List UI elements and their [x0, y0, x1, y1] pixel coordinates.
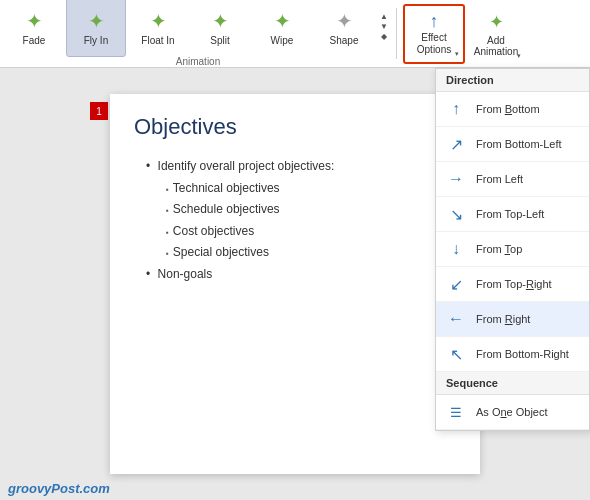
animation-fly-in[interactable]: ✦ Fly In — [66, 0, 126, 57]
ribbon: ✦ Fade ✦ Fly In ✦ Float In ✦ Split ✦ Wip… — [0, 0, 590, 68]
direction-section-header: Direction — [436, 69, 589, 92]
fly-in-label: Fly In — [84, 35, 108, 46]
sequence-section-header: Sequence — [436, 372, 589, 395]
as-one-object-label: As One Object — [476, 406, 548, 418]
shape-icon: ✦ — [336, 9, 353, 33]
effect-options-dropdown-icon: ▾ — [455, 50, 459, 58]
slide: 1 Objectives Identify overall project ob… — [110, 94, 480, 474]
dropdown-from-top[interactable]: ↓ From Top — [436, 232, 589, 267]
animation-wipe[interactable]: ✦ Wipe — [252, 0, 312, 57]
watermark: groovyPost.com — [8, 481, 110, 496]
from-bottom-label: From Bottom — [476, 103, 540, 115]
split-label: Split — [210, 35, 229, 46]
float-in-icon: ✦ — [150, 9, 167, 33]
add-animation-dropdown-icon: ▾ — [517, 52, 521, 60]
fade-label: Fade — [23, 35, 46, 46]
add-animation-icon: ✦ — [489, 11, 504, 33]
from-bottom-left-label: From Bottom-Left — [476, 138, 562, 150]
list-item: Identify overall project objectives: Tec… — [146, 156, 456, 264]
fly-in-icon: ✦ — [88, 9, 105, 33]
add-animation-label: Add Animation — [474, 35, 518, 57]
from-bottom-right-label: From Bottom-Right — [476, 348, 569, 360]
from-top-right-icon: ↙ — [446, 274, 466, 294]
list-item: Cost objectives — [166, 221, 456, 243]
add-animation-button[interactable]: ✦ Add Animation ▾ — [469, 4, 523, 64]
list-item-text: Non-goals — [158, 267, 213, 281]
float-in-label: Float In — [141, 35, 174, 46]
effect-options-button[interactable]: ↑ Effect Options ▾ — [403, 4, 465, 64]
list-item: Non-goals — [146, 264, 456, 286]
as-one-object-icon: ☰ — [446, 402, 466, 422]
dropdown-from-bottom-right[interactable]: ↖ From Bottom-Right — [436, 337, 589, 372]
from-bottom-left-icon: ↗ — [446, 134, 466, 154]
animation-split[interactable]: ✦ Split — [190, 0, 250, 57]
from-top-right-label: From Top-Right — [476, 278, 552, 290]
animation-section: ✦ Fade ✦ Fly In ✦ Float In ✦ Split ✦ Wip… — [4, 0, 392, 67]
scroll-down-icon: ▼ — [380, 22, 388, 31]
list-item: Technical objectives — [166, 178, 456, 200]
list-item-text: Identify overall project objectives: — [158, 159, 335, 173]
shape-label: Shape — [330, 35, 359, 46]
list-item-text: Cost objectives — [173, 224, 254, 238]
ribbon-divider — [396, 8, 397, 59]
slide-title: Objectives — [134, 114, 456, 140]
effect-options-label: Effect Options — [417, 32, 451, 56]
slide-number: 1 — [90, 102, 108, 120]
from-bottom-right-icon: ↖ — [446, 344, 466, 364]
from-bottom-icon: ↑ — [446, 99, 466, 119]
from-left-icon: → — [446, 169, 466, 189]
animation-float-in[interactable]: ✦ Float In — [128, 0, 188, 57]
animation-section-label: Animation — [4, 56, 392, 67]
from-top-icon: ↓ — [446, 239, 466, 259]
from-top-left-icon: ↘ — [446, 204, 466, 224]
effect-options-dropdown: Direction ↑ From Bottom ↗ From Bottom-Le… — [435, 68, 590, 431]
animation-fade[interactable]: ✦ Fade — [4, 0, 64, 57]
list-item: Schedule objectives — [166, 199, 456, 221]
wipe-label: Wipe — [271, 35, 294, 46]
wipe-icon: ✦ — [274, 9, 291, 33]
dropdown-from-top-left[interactable]: ↘ From Top-Left — [436, 197, 589, 232]
list-item-text: Schedule objectives — [173, 202, 280, 216]
from-right-icon: ← — [446, 309, 466, 329]
slide-content: Identify overall project objectives: Tec… — [134, 156, 456, 286]
effect-options-arrow-icon: ↑ — [430, 12, 439, 30]
list-item-text: Technical objectives — [173, 181, 280, 195]
from-left-label: From Left — [476, 173, 523, 185]
animation-buttons-group: ✦ Fade ✦ Fly In ✦ Float In ✦ Split ✦ Wip… — [4, 0, 392, 57]
dropdown-from-top-right[interactable]: ↙ From Top-Right — [436, 267, 589, 302]
dropdown-from-bottom-left[interactable]: ↗ From Bottom-Left — [436, 127, 589, 162]
animation-scroll-btn[interactable]: ▲ ▼ ◆ — [376, 0, 392, 57]
split-icon: ✦ — [212, 9, 229, 33]
list-item: Special objectives — [166, 242, 456, 264]
scroll-expand-icon: ◆ — [381, 32, 387, 41]
dropdown-from-right[interactable]: ← From Right — [436, 302, 589, 337]
animation-shape[interactable]: ✦ Shape — [314, 0, 374, 57]
dropdown-from-left[interactable]: → From Left — [436, 162, 589, 197]
from-top-label: From Top — [476, 243, 522, 255]
fade-icon: ✦ — [26, 9, 43, 33]
dropdown-as-one-object[interactable]: ☰ As One Object — [436, 395, 589, 430]
from-right-label: From Right — [476, 313, 530, 325]
from-top-left-label: From Top-Left — [476, 208, 544, 220]
dropdown-from-bottom[interactable]: ↑ From Bottom — [436, 92, 589, 127]
scroll-up-icon: ▲ — [380, 12, 388, 21]
list-item-text: Special objectives — [173, 245, 269, 259]
